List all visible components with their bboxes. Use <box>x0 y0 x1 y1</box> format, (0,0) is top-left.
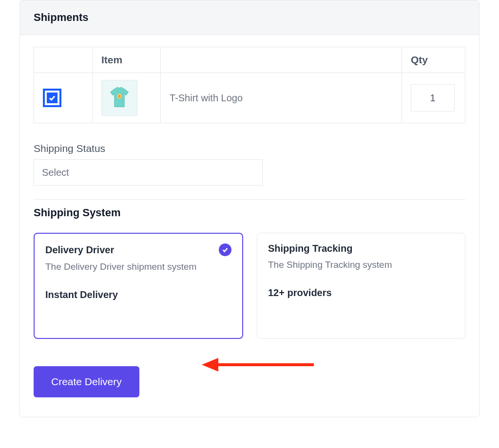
col-header-item: Item <box>93 47 161 73</box>
row-checkbox[interactable] <box>43 89 61 107</box>
option-footer: Instant Delivery <box>45 289 231 300</box>
shipping-status-value: Select <box>42 167 69 178</box>
panel-header: Shipments <box>20 0 479 35</box>
col-header-checkbox <box>34 47 93 73</box>
panel-body: Item Qty <box>20 35 479 417</box>
shipments-panel: Shipments Item Qty <box>19 0 480 417</box>
tshirt-icon <box>106 85 133 111</box>
shipping-status-select[interactable]: Select <box>34 159 263 186</box>
selected-check-icon <box>219 243 231 256</box>
option-title: Shipping Tracking <box>268 243 352 254</box>
col-header-qty: Qty <box>402 47 465 73</box>
action-row: Create Delivery <box>34 339 465 397</box>
panel-title: Shipments <box>34 11 465 24</box>
option-footer: 12+ providers <box>268 287 454 299</box>
product-thumbnail <box>101 80 137 116</box>
option-delivery-driver[interactable]: Delivery Driver The Delivery Driver ship… <box>34 233 243 339</box>
annotation-arrow-icon <box>202 353 319 379</box>
option-shipping-tracking[interactable]: Shipping Tracking The Shipping Tracking … <box>257 233 465 339</box>
shipping-system-heading: Shipping System <box>34 206 465 219</box>
svg-marker-3 <box>202 358 218 372</box>
product-name: T-Shirt with Logo <box>161 73 402 123</box>
qty-input[interactable]: 1 <box>411 84 455 112</box>
create-delivery-button[interactable]: Create Delivery <box>34 366 139 397</box>
col-header-name <box>161 47 402 73</box>
option-desc: The Shipping Tracking system <box>268 258 454 272</box>
shipping-system-options: Delivery Driver The Delivery Driver ship… <box>34 233 465 339</box>
shipping-status-label: Shipping Status <box>34 143 465 154</box>
svg-point-1 <box>118 95 120 97</box>
option-title: Delivery Driver <box>45 244 114 256</box>
divider <box>34 199 465 200</box>
option-desc: The Delivery Driver shipment system <box>45 260 231 274</box>
check-icon <box>47 93 58 103</box>
items-table: Item Qty <box>34 47 465 123</box>
table-row: T-Shirt with Logo 1 <box>34 73 465 123</box>
